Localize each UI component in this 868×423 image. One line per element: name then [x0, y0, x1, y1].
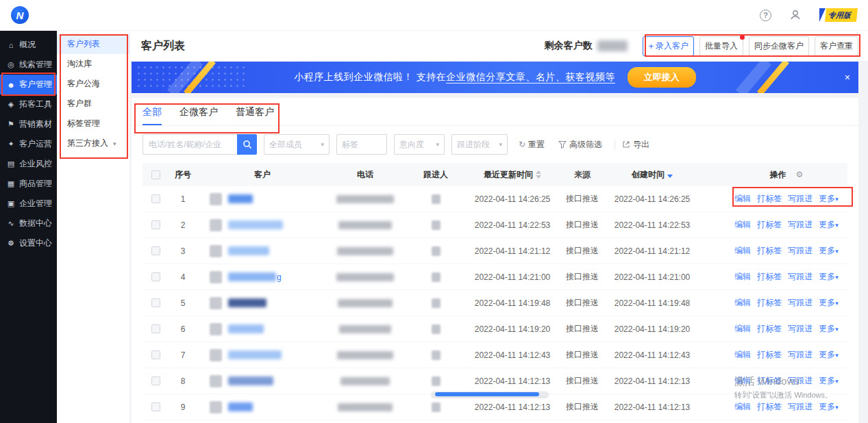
action-more[interactable]: 更多▾ — [819, 349, 839, 361]
action-write-follow-up[interactable]: 写跟进 — [788, 401, 813, 413]
tab-all[interactable]: 全部 — [142, 98, 162, 125]
action-edit[interactable]: 编辑 — [734, 219, 751, 231]
customer-name-suffix[interactable]: g — [277, 272, 282, 282]
user-icon[interactable] — [789, 9, 802, 21]
sidebar-item-marketing-materials[interactable]: ⚑营销素材 — [0, 114, 57, 134]
horizontal-scrollbar[interactable] — [432, 392, 548, 397]
submenu-item-customer-list[interactable]: 客户列表 — [57, 34, 129, 54]
sidebar-item-expansion-tools[interactable]: ◈拓客工具 — [0, 94, 57, 114]
tab-regular-customers[interactable]: 普通客户 — [236, 98, 274, 125]
action-tag[interactable]: 打标签 — [757, 323, 782, 335]
customer-name-redacted[interactable] — [228, 194, 253, 203]
action-tag[interactable]: 打标签 — [757, 271, 782, 283]
tab-wecom-customers[interactable]: 企微客户 — [179, 98, 218, 125]
action-edit[interactable]: 编辑 — [734, 323, 751, 335]
export-button[interactable]: 导出 — [622, 139, 649, 151]
action-more[interactable]: 更多▾ — [819, 297, 839, 309]
member-select[interactable]: 全部成员 ▾ — [264, 134, 330, 155]
app-logo[interactable]: N — [11, 6, 29, 24]
customer-name-redacted[interactable] — [228, 220, 283, 229]
submenu-item-customer-groups[interactable]: 客户群 — [57, 94, 129, 114]
sidebar-item-customer-operations[interactable]: ✦客户运营 — [0, 134, 57, 154]
action-tag[interactable]: 打标签 — [757, 297, 782, 309]
action-write-follow-up[interactable]: 写跟进 — [788, 219, 813, 231]
banner-text-link[interactable]: 企业微信分享文章、名片、获客视频等 — [446, 71, 615, 84]
action-write-follow-up[interactable]: 写跟进 — [788, 271, 813, 283]
help-icon[interactable]: ? — [760, 10, 771, 21]
customer-name-redacted[interactable] — [228, 402, 253, 411]
action-more[interactable]: 更多▾ — [819, 401, 839, 413]
submenu-item-public-pool[interactable]: 客户公海 — [57, 74, 129, 94]
sidebar-item-risk-control[interactable]: ▤企业风控 — [0, 154, 57, 174]
action-edit[interactable]: 编辑 — [734, 349, 751, 361]
action-more[interactable]: 更多▾ — [819, 219, 839, 231]
add-customer-button[interactable]: +录入客户 — [643, 36, 694, 56]
row-checkbox[interactable] — [151, 350, 160, 359]
sidebar-item-settings-center[interactable]: ☸设置中心 — [0, 233, 57, 253]
sidebar-item-customer-management[interactable]: ☻客户管理 — [0, 75, 57, 94]
col-header-created[interactable]: 创建时间 — [608, 169, 696, 181]
col-header-updated[interactable]: 最近更新时间 — [469, 169, 556, 181]
action-tag[interactable]: 打标签 — [757, 245, 782, 257]
action-tag[interactable]: 打标签 — [757, 349, 782, 361]
row-checkbox[interactable] — [151, 194, 160, 203]
reset-button[interactable]: ↻ 重置 — [519, 139, 545, 151]
action-edit[interactable]: 编辑 — [734, 401, 751, 413]
sort-icons[interactable] — [667, 172, 673, 178]
row-checkbox[interactable] — [151, 376, 160, 385]
row-checkbox[interactable] — [151, 298, 160, 307]
connect-now-button[interactable]: 立即接入 — [628, 67, 696, 88]
action-tag[interactable]: 打标签 — [757, 193, 782, 205]
sidebar-item-overview[interactable]: ⌂概况 — [0, 35, 57, 55]
customer-name-redacted[interactable] — [228, 324, 264, 333]
tag-input[interactable] — [336, 134, 387, 155]
sidebar-item-enterprise-management[interactable]: ▣企业管理 — [0, 194, 57, 214]
batch-import-button[interactable]: 批量导入 — [699, 36, 743, 56]
search-button[interactable] — [237, 134, 257, 155]
column-settings-gear-icon[interactable]: ⚙ — [796, 170, 804, 179]
sidebar-item-data-center[interactable]: ∿数据中心 — [0, 214, 57, 233]
stage-select[interactable]: 跟进阶段 ▾ — [451, 134, 508, 155]
action-more[interactable]: 更多▾ — [819, 245, 839, 257]
sidebar-item-product-management[interactable]: ▦商品管理 — [0, 174, 57, 194]
row-checkbox[interactable] — [151, 220, 160, 229]
action-edit[interactable]: 编辑 — [734, 297, 751, 309]
action-write-follow-up[interactable]: 写跟进 — [788, 375, 813, 387]
action-more[interactable]: 更多▾ — [819, 193, 839, 205]
action-tag[interactable]: 打标签 — [757, 375, 782, 387]
customer-name-redacted[interactable] — [228, 350, 282, 359]
sort-icons[interactable] — [536, 170, 541, 179]
row-checkbox[interactable] — [151, 272, 160, 281]
horizontal-scrollbar-thumb[interactable] — [435, 392, 539, 396]
action-edit[interactable]: 编辑 — [734, 375, 751, 387]
row-checkbox[interactable] — [151, 324, 160, 333]
customer-name-redacted[interactable] — [228, 376, 273, 385]
action-edit[interactable]: 编辑 — [734, 193, 751, 205]
action-edit[interactable]: 编辑 — [734, 245, 751, 257]
advanced-filter-button[interactable]: 高级筛选 — [558, 139, 602, 151]
banner-close-icon[interactable]: × — [845, 72, 850, 83]
action-write-follow-up[interactable]: 写跟进 — [788, 245, 813, 257]
customer-name-redacted[interactable] — [228, 298, 266, 307]
action-tag[interactable]: 打标签 — [757, 401, 782, 413]
action-write-follow-up[interactable]: 写跟进 — [788, 349, 813, 361]
intent-select[interactable]: 意向度 ▾ — [394, 134, 445, 155]
sidebar-item-lead-management[interactable]: ◎线索管理 — [0, 55, 57, 75]
action-write-follow-up[interactable]: 写跟进 — [788, 297, 813, 309]
action-write-follow-up[interactable]: 写跟进 — [788, 323, 813, 335]
select-all-checkbox[interactable] — [151, 170, 160, 179]
action-write-follow-up[interactable]: 写跟进 — [788, 193, 813, 205]
sync-wecom-customers-button[interactable]: 同步企微客户 — [749, 36, 809, 56]
row-checkbox[interactable] — [151, 246, 160, 255]
row-checkbox[interactable] — [151, 402, 160, 411]
action-edit[interactable]: 编辑 — [734, 271, 751, 283]
action-more[interactable]: 更多▾ — [819, 323, 839, 335]
action-more[interactable]: 更多▾ — [819, 271, 839, 283]
action-tag[interactable]: 打标签 — [757, 219, 782, 231]
customer-dedupe-button[interactable]: 客户查重 — [815, 36, 858, 56]
action-more[interactable]: 更多▾ — [819, 375, 839, 387]
customer-name-redacted[interactable] — [228, 272, 276, 281]
submenu-item-third-party-access[interactable]: 第三方接入▾ — [57, 133, 129, 153]
submenu-item-tag-management[interactable]: 标签管理 — [57, 114, 129, 133]
customer-name-redacted[interactable] — [228, 246, 269, 255]
